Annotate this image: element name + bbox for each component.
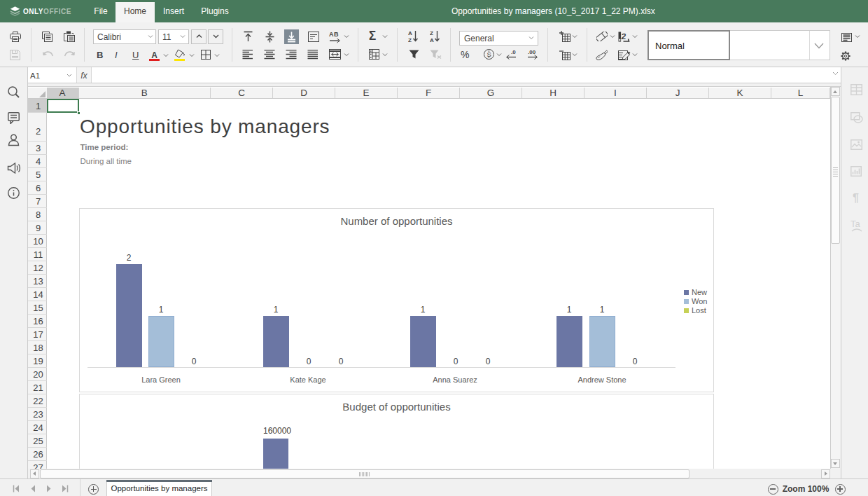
svg-text:2: 2 bbox=[621, 32, 626, 41]
svg-text:.00: .00 bbox=[528, 49, 536, 55]
svg-text:.0: .0 bbox=[511, 49, 516, 55]
svg-text:A: A bbox=[430, 37, 434, 43]
svg-text:A: A bbox=[408, 30, 412, 36]
svg-text:Z: Z bbox=[408, 37, 412, 43]
svg-text:Z: Z bbox=[430, 30, 433, 36]
